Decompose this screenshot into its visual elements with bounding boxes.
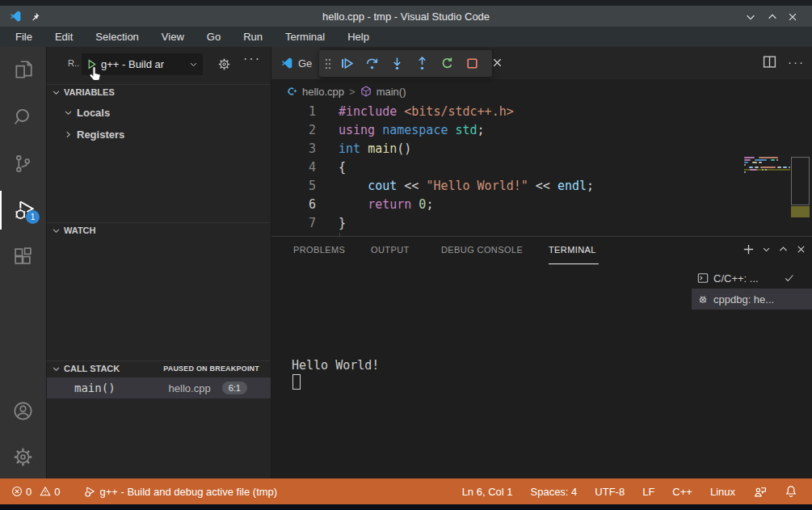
paused-on-breakpoint-label: PAUSED ON BREAKPOINT <box>163 365 259 373</box>
line-number[interactable]: 6 <box>292 196 316 214</box>
titlebar[interactable]: hello.cpp - tmp - Visual Studio Code <box>0 6 812 27</box>
line-number[interactable]: 3 <box>292 140 316 158</box>
tab-close-icon[interactable] <box>491 57 503 69</box>
search-icon[interactable] <box>0 97 46 136</box>
code-line-6[interactable]: 6 return 0; <box>271 196 812 214</box>
language-mode-status[interactable]: C++ <box>667 486 697 498</box>
restart-icon[interactable] <box>437 53 457 74</box>
variables-section-header[interactable]: VARIABLES <box>47 84 271 99</box>
eol-status[interactable]: LF <box>637 486 659 498</box>
menu-selection[interactable]: Selection <box>88 29 145 44</box>
stop-icon[interactable] <box>462 53 482 74</box>
active-task-status[interactable]: g++ - Build and debug active file (tmp) <box>79 486 282 498</box>
line-number[interactable]: 7 <box>292 214 316 233</box>
minimap[interactable] <box>744 157 790 174</box>
continue-icon[interactable] <box>337 53 357 74</box>
menu-terminal[interactable]: Terminal <box>278 29 332 44</box>
cursor-position-status[interactable]: Ln 6, Col 1 <box>457 486 518 498</box>
locals-tree-item[interactable]: Locals <box>47 104 271 120</box>
explorer-icon[interactable] <box>0 50 46 89</box>
code-line-5[interactable]: 5 cout << "Hello World!" << endl; <box>271 177 812 196</box>
symbol-method-icon <box>360 86 372 97</box>
locals-label: Locals <box>77 107 110 119</box>
launch-config-label: g++ - Build ar <box>101 58 164 70</box>
registers-label: Registers <box>77 129 124 141</box>
split-editor-icon[interactable] <box>763 55 776 69</box>
window-border <box>0 0 812 6</box>
stack-frame-row[interactable]: main() hello.cpp 6:1 <box>47 377 271 398</box>
call-stack-section-header[interactable]: CALL STACK PAUSED ON BREAKPOINT <box>47 360 271 376</box>
warning-count-icon <box>40 486 51 497</box>
active-tab-underline <box>549 263 599 264</box>
editor-more-actions-icon[interactable]: ··· <box>788 55 805 69</box>
overview-ruler-viewport[interactable] <box>791 157 810 205</box>
tab-problems[interactable]: PROBLEMS <box>293 245 345 255</box>
step-into-icon[interactable] <box>387 53 407 74</box>
menu-run[interactable]: Run <box>236 29 270 44</box>
watch-section-header[interactable]: WATCH <box>47 222 271 238</box>
accounts-icon[interactable] <box>0 391 46 430</box>
minimize-button[interactable] <box>743 10 758 24</box>
menu-edit[interactable]: Edit <box>48 29 80 44</box>
run-and-debug-icon[interactable]: 1 <box>0 191 46 230</box>
editor-group: Ge <box>271 47 812 478</box>
indentation-status[interactable]: Spaces: 4 <box>526 486 583 498</box>
step-out-icon[interactable] <box>412 53 432 74</box>
tab-terminal[interactable]: TERMINAL <box>549 245 596 255</box>
settings-gear-icon[interactable] <box>0 437 46 476</box>
code-line-4[interactable]: 4{ <box>271 158 812 177</box>
chevron-down-icon <box>64 108 73 117</box>
terminal-session-debug[interactable]: cppdbg: he... <box>692 289 812 310</box>
chevron-down-icon <box>52 226 61 235</box>
code-line-1[interactable]: 1#include <bits/stdc++.h> <box>271 103 812 121</box>
toolbar-drag-handle[interactable] <box>324 57 332 70</box>
breadcrumb-file[interactable]: hello.cpp <box>302 86 344 98</box>
tab-get-started[interactable]: Ge <box>271 47 320 79</box>
menu-help[interactable]: Help <box>340 29 377 44</box>
line-number[interactable]: 5 <box>292 177 316 196</box>
maximize-button[interactable] <box>765 10 780 24</box>
close-window-button[interactable] <box>785 10 800 24</box>
debug-toolbar <box>319 50 492 77</box>
editor-actions: ··· <box>763 55 805 69</box>
menu-file[interactable]: File <box>8 29 40 44</box>
breadcrumb: hello.cpp > main() <box>271 79 812 103</box>
new-terminal-icon[interactable] <box>743 243 755 255</box>
variables-label: VARIABLES <box>64 87 115 97</box>
warning-count: 0 <box>54 486 60 498</box>
extensions-icon[interactable] <box>0 237 46 276</box>
breadcrumb-symbol[interactable]: main() <box>377 86 406 98</box>
menu-view[interactable]: View <box>154 29 191 44</box>
menubar: File Edit Selection View Go Run Terminal… <box>0 27 812 47</box>
launch-config-dropdown[interactable]: g++ - Build ar <box>82 53 203 75</box>
more-actions-icon[interactable]: ··· <box>243 52 261 66</box>
registers-tree-item[interactable]: Registers <box>47 126 271 142</box>
stack-frame-function: main() <box>74 381 116 394</box>
step-over-icon[interactable] <box>362 53 382 74</box>
tab-debug-console[interactable]: DEBUG CONSOLE <box>441 245 523 255</box>
problems-status[interactable]: 0 0 <box>6 486 65 498</box>
close-panel-icon[interactable] <box>796 244 806 255</box>
line-number[interactable]: 1 <box>292 103 316 121</box>
maximize-panel-icon[interactable] <box>778 244 789 255</box>
debug-badge: 1 <box>26 210 40 224</box>
code-line-2[interactable]: 2using namespace std; <box>271 121 812 140</box>
encoding-status[interactable]: UTF-8 <box>590 486 629 498</box>
terminal-dropdown-icon[interactable] <box>762 245 771 254</box>
source-control-icon[interactable] <box>0 144 46 183</box>
start-debug-icon <box>86 59 97 70</box>
panel-actions <box>743 243 806 255</box>
feedback-icon[interactable] <box>748 485 772 499</box>
code-line-3[interactable]: 3int main() <box>271 140 812 158</box>
terminal-session-task[interactable]: C/C++: ... <box>692 268 812 289</box>
notifications-bell-icon[interactable] <box>780 485 802 498</box>
terminal-cursor <box>292 374 301 390</box>
line-number[interactable]: 4 <box>292 158 316 177</box>
tab-output[interactable]: OUTPUT <box>371 245 410 255</box>
code-line-7[interactable]: 7} <box>271 214 812 233</box>
line-number[interactable]: 2 <box>292 121 316 140</box>
os-status[interactable]: Linux <box>705 486 740 498</box>
menu-go[interactable]: Go <box>200 29 228 44</box>
debug-settings-gear-icon[interactable] <box>217 57 231 71</box>
stack-frame-file: hello.cpp <box>169 382 211 394</box>
